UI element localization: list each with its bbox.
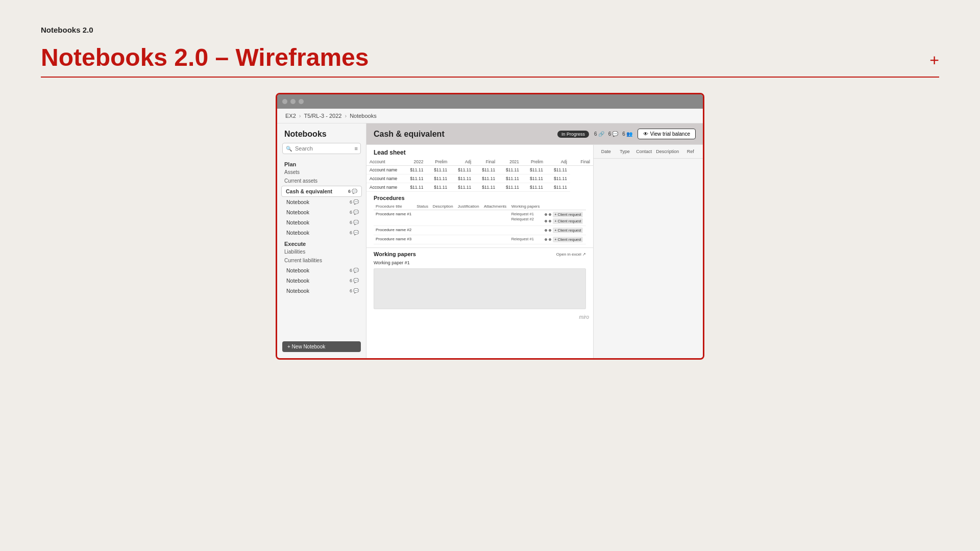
- client-request-btn-1a[interactable]: + Client request: [553, 212, 583, 217]
- comment-icon: 💬: [612, 131, 618, 137]
- notebook-header: Cash & equivalent In Progress 6 🔗 6 💬 6: [366, 123, 703, 145]
- action-dot-2a: [545, 229, 547, 232]
- stat-person-num: 6: [622, 131, 625, 137]
- wp-thumbnail: [374, 268, 586, 309]
- proc-th-4: Justification: [456, 203, 482, 210]
- sidebar-item-3[interactable]: Notebook 6 💬: [277, 217, 366, 228]
- sidebar-item-4[interactable]: Notebook 6 💬: [277, 228, 366, 238]
- sidebar-item-1[interactable]: Notebook 6 💬: [277, 197, 366, 207]
- action-dot-3a: [545, 238, 547, 241]
- sidebar-current-liabilities-label: Current liabilities: [277, 257, 366, 265]
- stat-link-num: 6: [594, 131, 597, 137]
- sidebar-search-wrapper: 🔍 ≡: [282, 143, 361, 154]
- filter-icon[interactable]: ≡: [355, 145, 358, 152]
- table-row: Account name $11.11 $11.11 $11.11 $11.11…: [366, 183, 593, 192]
- td-adj1-3: $11.11: [450, 183, 474, 192]
- td-account-2: Account name: [366, 174, 402, 183]
- td-prelim1-2: $11.11: [426, 174, 450, 183]
- th-prelim-2: Prelim: [522, 158, 546, 166]
- sidebar-exec-item-1[interactable]: Notebook 6 💬: [277, 265, 366, 276]
- rp-col-date: Date: [599, 149, 614, 154]
- td-2022-3: $11.11: [402, 183, 426, 192]
- breadcrumb-item-3[interactable]: Notebooks: [350, 113, 377, 119]
- td-2022-1: $11.11: [402, 166, 426, 174]
- proc-status-1: [414, 210, 430, 226]
- title-divider: [41, 77, 939, 78]
- proc-th-2: Status: [414, 203, 430, 210]
- sidebar-exec-item-2[interactable]: Notebook 6 💬: [277, 276, 366, 286]
- td-account-3: Account name: [366, 183, 402, 192]
- wireframe-body: Notebooks 🔍 ≡ Plan Assets Current assets…: [277, 123, 703, 358]
- sidebar-liabilities-label: Liabilities: [277, 248, 366, 257]
- proc-action-row-1b: + Client request: [545, 218, 584, 224]
- td-adj2-2: $11.11: [546, 174, 570, 183]
- proc-link-1b[interactable]: Relequest #2: [511, 217, 541, 221]
- new-notebook-button[interactable]: + New Notebook: [282, 341, 361, 352]
- sidebar-item-4-badge: 6 💬: [350, 230, 359, 235]
- title-row: Notebooks 2.0 – Wireframes +: [41, 43, 939, 77]
- procedures-section: Procedures Procedure title Status Descri…: [366, 192, 593, 247]
- miro-watermark: miro: [366, 312, 593, 322]
- notebook-title: Cash & equivalent: [374, 130, 552, 139]
- wp-open-link[interactable]: Open in excel ↗: [556, 252, 586, 257]
- sidebar-item-2-label: Notebook: [286, 209, 309, 215]
- sidebar-execute-label: Execute: [277, 238, 366, 248]
- lead-sheet-header: Lead sheet: [366, 145, 593, 158]
- td-adj1-1: $11.11: [450, 166, 474, 174]
- td-prelim2-1: $11.11: [522, 166, 546, 174]
- sidebar-item-2-badge: 6 💬: [350, 210, 359, 215]
- proc-wp-1: Relequest #1 Relequest #2: [509, 210, 543, 226]
- badge-icon-2: 💬: [353, 210, 359, 215]
- action-dot-1b: [549, 213, 551, 216]
- working-papers-section: Working papers Open in excel ↗ Working p…: [366, 247, 593, 312]
- client-request-btn-3[interactable]: + Client request: [553, 237, 583, 242]
- proc-th-actions: [543, 203, 586, 210]
- sidebar: Notebooks 🔍 ≡ Plan Assets Current assets…: [277, 123, 366, 358]
- search-input[interactable]: [282, 143, 361, 154]
- link-icon: 🔗: [598, 131, 604, 137]
- action-dot-3b: [549, 238, 551, 241]
- content-row: Lead sheet Account 2022 Prelim Adj Final…: [366, 145, 703, 358]
- stat-comment: 6 💬: [608, 131, 619, 137]
- proc-title-1: Procedure name #1: [374, 210, 414, 226]
- stat-link: 6 🔗: [594, 131, 604, 137]
- view-trial-balance-button[interactable]: 👁 View trial balance: [638, 129, 696, 139]
- proc-row-2: Procedure name #2: [374, 226, 586, 235]
- client-request-btn-2[interactable]: + Client request: [553, 228, 583, 233]
- td-2022-2: $11.11: [402, 174, 426, 183]
- breadcrumb-item-1[interactable]: EX2: [285, 113, 296, 119]
- td-2021-3: $11.11: [498, 183, 522, 192]
- td-account-1: Account name: [366, 166, 402, 174]
- proc-th-1: Procedure title: [374, 203, 414, 210]
- th-adj-2: Adj: [546, 158, 570, 166]
- proc-actions-2: + Client request: [543, 226, 586, 235]
- proc-action-row-2a: + Client request: [545, 228, 584, 233]
- page-title: Notebooks 2.0 – Wireframes: [41, 43, 369, 71]
- sidebar-exec-item-3[interactable]: Notebook 6 💬: [277, 286, 366, 296]
- wp-item-1[interactable]: Working paper #1: [374, 259, 586, 266]
- client-request-btn-1b[interactable]: + Client request: [553, 218, 583, 224]
- breadcrumb-item-2[interactable]: T5/RL-3 - 2022: [304, 113, 341, 119]
- td-final1-2: $11.11: [474, 174, 498, 183]
- rp-col-contact: Contact: [636, 149, 652, 154]
- proc-row-3: Procedure name #3 Relequest #1: [374, 235, 586, 244]
- sidebar-item-2[interactable]: Notebook 6 💬: [277, 207, 366, 217]
- proc-link-1a[interactable]: Relequest #1: [511, 212, 541, 216]
- proc-just-3: [456, 235, 482, 244]
- table-row: Account name $11.11 $11.11 $11.11 $11.11…: [366, 174, 593, 183]
- proc-link-3a[interactable]: Relequest #1: [511, 237, 541, 241]
- td-prelim2-2: $11.11: [522, 174, 546, 183]
- table-row: Account name $11.11 $11.11 $11.11 $11.11…: [366, 166, 593, 174]
- add-section-button[interactable]: +: [929, 52, 939, 68]
- proc-title-2: Procedure name #2: [374, 226, 414, 235]
- breadcrumb-sep-1: ›: [299, 113, 301, 119]
- breadcrumb-sep-2: ›: [345, 113, 347, 119]
- titlebar: [277, 94, 703, 109]
- proc-row-1: Procedure name #1 Relequest #1: [374, 210, 586, 226]
- proc-th-5: Attachments: [482, 203, 509, 210]
- proc-desc-2: [431, 226, 456, 235]
- td-final1-1: $11.11: [474, 166, 498, 174]
- sidebar-item-active-badge: 6 💬: [348, 189, 357, 194]
- td-adj2-3: $11.11: [546, 183, 570, 192]
- sidebar-item-active[interactable]: Cash & equivalent 6 💬: [281, 186, 362, 197]
